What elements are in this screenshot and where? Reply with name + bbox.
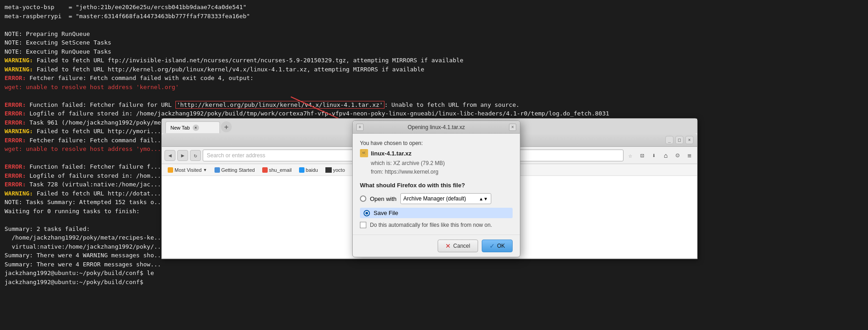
terminal-line: ERROR: Function failed: Fetcher failure … [5, 100, 863, 110]
terminal-line: ERROR: Logfile of failure stored in: /ho… [5, 109, 863, 118]
getting-started-icon [215, 167, 220, 173]
auto-checkbox-label: Do this automatically for files like thi… [370, 222, 492, 228]
dialog-title: Opening linux-4.1.tar.xz [364, 124, 509, 130]
smiley-icon[interactable]: ☺ [673, 150, 683, 160]
cancel-icon: ✕ [445, 242, 451, 250]
terminal-line: meta-yocto-bsp = "jetho:21b/ee2026e25u/e… [5, 3, 863, 12]
bookmark-getting-started[interactable]: Getting Started [212, 166, 257, 174]
open-with-app: Archive Manager (default) [404, 195, 466, 202]
terminal-line: meta-raspberrypi = "master:6314f668fa144… [5, 12, 863, 21]
auto-checkbox-row[interactable]: Do this automatically for files like thi… [360, 222, 513, 228]
forward-button[interactable]: ▶ [177, 150, 188, 161]
dialog-question: What should Firefox do with this file? [360, 182, 513, 189]
back-button[interactable]: ◀ [165, 150, 175, 161]
yocto-icon [325, 167, 332, 173]
terminal-line: NOTE: Executing RunQueue Tasks [5, 47, 863, 56]
new-tab[interactable]: New Tab × [165, 121, 220, 133]
tab-label: New Tab [170, 125, 190, 130]
cancel-label: Cancel [453, 243, 470, 249]
dialog-titlebar-buttons: + [356, 124, 364, 131]
toolbar-icons: ☆ ⊡ ⬇ ⌂ ☺ ≡ [625, 150, 694, 160]
new-tab-button[interactable]: + [221, 121, 232, 132]
terminal-line: NOTE: Preparing RunQueue [5, 30, 863, 39]
dialog-intro-text: You have chosen to open: [360, 140, 513, 146]
opening-file-dialog: + Opening linux-4.1.tar.xz × You have ch… [352, 120, 520, 257]
reader-view-icon[interactable]: ⊡ [637, 150, 647, 160]
terminal-line: wget: unable to resolve host address 'ke… [5, 83, 863, 92]
ok-label: OK [497, 243, 505, 249]
dialog-file-info: You have chosen to open: XZ linux-4.1.ta… [360, 140, 513, 176]
open-with-label: Open with [370, 195, 397, 202]
ok-button[interactable]: ✓ OK [482, 240, 513, 252]
terminal-line: jackzhang1992@ubuntu:~/poky/build/conf$ [5, 278, 863, 287]
file-type: which is: XZ archive (79.2 MB) [371, 159, 513, 168]
cancel-button[interactable]: ✕ Cancel [438, 240, 478, 252]
terminal-line: WARNING: Failed to fetch URL ftp://invis… [5, 56, 863, 65]
save-file-option[interactable]: Save File [360, 208, 513, 218]
dialog-close-button[interactable]: × [509, 124, 516, 131]
dialog-close-buttons: × [509, 124, 516, 131]
open-with-option[interactable]: Open with Archive Manager (default) ▲▼ [360, 193, 513, 204]
window-minimize-button[interactable]: _ [665, 136, 673, 144]
terminal-line: Summary: There were 4 ERROR messages sho… [5, 260, 863, 269]
terminal-line: jackzhang1992@ubuntu:~/poky/build/conf$ … [5, 269, 863, 278]
window-maximize-button[interactable]: □ [675, 136, 683, 144]
home-icon[interactable]: ⌂ [661, 150, 671, 160]
ok-icon: ✓ [489, 242, 495, 250]
bookmark-most-visited[interactable]: Most Visited ▼ [165, 166, 210, 174]
bookmark-yocto[interactable]: yocto [323, 166, 347, 174]
bookmark-star-icon[interactable]: ☆ [625, 150, 635, 160]
dialog-footer: ✕ Cancel ✓ OK [353, 235, 520, 257]
dialog-body: You have chosen to open: XZ linux-4.1.ta… [353, 134, 520, 235]
file-icon: XZ [360, 149, 368, 157]
bookmark-label: Getting Started [221, 167, 255, 173]
baidu-icon [299, 167, 304, 173]
open-with-select[interactable]: Archive Manager (default) ▲▼ [400, 193, 491, 204]
dialog-plus-button[interactable]: + [356, 124, 364, 131]
terminal-line [5, 20, 863, 30]
svg-text:XZ: XZ [362, 151, 365, 154]
bookmark-label: baidu [306, 167, 318, 173]
save-file-label: Save File [374, 210, 398, 216]
chevron-down-icon: ▼ [203, 168, 207, 172]
bookmark-label: Most Visited [175, 167, 202, 173]
bookmark-label: yocto [333, 167, 345, 173]
terminal-line: NOTE: Executing SetScene Tasks [5, 38, 863, 47]
select-arrow-icon: ▲▼ [479, 196, 488, 201]
bookmark-baidu[interactable]: baidu [297, 166, 320, 174]
most-visited-icon [168, 167, 173, 173]
dialog-titlebar: + Opening linux-4.1.tar.xz × [353, 121, 520, 134]
dialog-file-meta: which is: XZ archive (79.2 MB) from: htt… [371, 159, 513, 176]
auto-checkbox[interactable] [360, 222, 366, 228]
shu-email-icon [262, 167, 268, 173]
dialog-filename-row: XZ linux-4.1.tar.xz [360, 149, 513, 157]
bookmark-shu-email[interactable]: shu_email [260, 166, 294, 174]
downloads-icon[interactable]: ⬇ [649, 150, 659, 160]
dialog-filename-text: linux-4.1.tar.xz [371, 150, 412, 157]
terminal-line: WARNING: Failed to fetch URL http://kern… [5, 65, 863, 74]
reload-button[interactable]: ↻ [190, 150, 201, 161]
file-from: from: https://www.kernel.org [371, 168, 513, 176]
terminal-line: ERROR: Fetcher failure: Fetch command fa… [5, 74, 863, 83]
window-close-button[interactable]: × [685, 136, 693, 144]
save-file-radio[interactable] [364, 210, 370, 216]
bookmark-label: shu_email [269, 167, 292, 173]
address-input: Search or enter address [207, 152, 265, 159]
tab-close-button[interactable]: × [193, 125, 199, 131]
terminal-line [5, 91, 863, 100]
open-with-radio[interactable] [360, 195, 366, 202]
menu-icon[interactable]: ≡ [684, 150, 694, 160]
